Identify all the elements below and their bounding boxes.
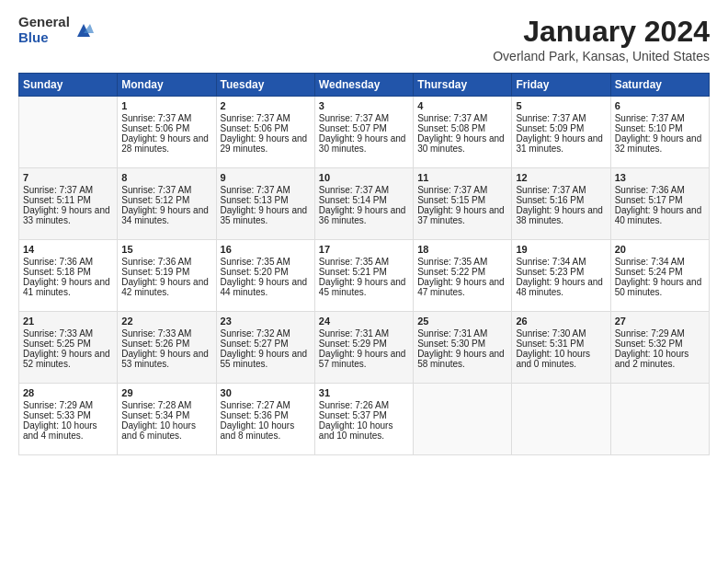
sunrise: Sunrise: 7:37 AM — [417, 113, 487, 123]
day-number: 11 — [417, 172, 507, 183]
daylight: Daylight: 9 hours and 29 minutes. — [221, 133, 308, 154]
calendar-cell: 26Sunrise: 7:30 AMSunset: 5:31 PMDayligh… — [512, 312, 610, 384]
daylight: Daylight: 9 hours and 37 minutes. — [417, 205, 505, 225]
day-number: 23 — [221, 316, 311, 327]
daylight: Daylight: 10 hours and 8 minutes. — [221, 420, 295, 441]
sunrise: Sunrise: 7:31 AM — [319, 328, 389, 339]
day-number: 20 — [615, 244, 705, 255]
day-number: 3 — [319, 100, 409, 111]
logo-general-text: General — [18, 15, 70, 30]
location: Overland Park, Kansas, United States — [493, 49, 710, 63]
calendar-cell: 24Sunrise: 7:31 AMSunset: 5:29 PMDayligh… — [314, 312, 413, 384]
daylight: Daylight: 9 hours and 45 minutes. — [319, 277, 406, 297]
sunrise: Sunrise: 7:37 AM — [221, 185, 290, 195]
sunset: Sunset: 5:34 PM — [121, 410, 189, 420]
daylight: Daylight: 9 hours and 53 minutes. — [121, 349, 209, 369]
sunset: Sunset: 5:11 PM — [23, 195, 91, 205]
month-title: January 2024 — [493, 15, 710, 49]
day-number: 25 — [417, 316, 507, 327]
sunset: Sunset: 5:10 PM — [615, 123, 683, 133]
calendar-container: General Blue January 2024 Overland Park,… — [0, 0, 728, 563]
calendar-cell: 1Sunrise: 7:37 AMSunset: 5:06 PMDaylight… — [118, 97, 216, 168]
calendar-cell: 23Sunrise: 7:32 AMSunset: 5:27 PMDayligh… — [216, 312, 314, 384]
day-number: 7 — [23, 172, 113, 183]
calendar-cell: 3Sunrise: 7:37 AMSunset: 5:07 PMDaylight… — [314, 97, 413, 168]
sunset: Sunset: 5:32 PM — [615, 339, 683, 349]
daylight: Daylight: 10 hours and 6 minutes. — [121, 420, 196, 441]
sunrise: Sunrise: 7:37 AM — [221, 113, 290, 123]
header-day-monday: Monday — [118, 74, 216, 97]
daylight: Daylight: 9 hours and 52 minutes. — [23, 349, 110, 369]
day-number: 16 — [221, 244, 311, 255]
calendar-cell: 4Sunrise: 7:37 AMSunset: 5:08 PMDaylight… — [414, 97, 512, 168]
sunrise: Sunrise: 7:37 AM — [319, 113, 389, 123]
calendar-cell: 28Sunrise: 7:29 AMSunset: 5:33 PMDayligh… — [19, 384, 118, 455]
calendar-cell: 12Sunrise: 7:37 AMSunset: 5:16 PMDayligh… — [512, 168, 610, 240]
sunrise: Sunrise: 7:36 AM — [121, 257, 191, 267]
calendar-cell: 11Sunrise: 7:37 AMSunset: 5:15 PMDayligh… — [414, 168, 512, 240]
calendar-cell: 29Sunrise: 7:28 AMSunset: 5:34 PMDayligh… — [118, 384, 216, 455]
sunset: Sunset: 5:12 PM — [121, 195, 189, 205]
sunset: Sunset: 5:18 PM — [23, 267, 91, 277]
week-row-5: 28Sunrise: 7:29 AMSunset: 5:33 PMDayligh… — [19, 384, 710, 455]
daylight: Daylight: 9 hours and 36 minutes. — [319, 205, 406, 225]
sunrise: Sunrise: 7:37 AM — [615, 113, 685, 123]
calendar-cell: 19Sunrise: 7:34 AMSunset: 5:23 PMDayligh… — [512, 240, 610, 312]
title-block: January 2024 Overland Park, Kansas, Unit… — [493, 15, 710, 63]
calendar-cell: 15Sunrise: 7:36 AMSunset: 5:19 PMDayligh… — [118, 240, 216, 312]
calendar-cell: 30Sunrise: 7:27 AMSunset: 5:36 PMDayligh… — [216, 384, 314, 455]
day-number: 9 — [221, 172, 311, 183]
calendar-cell: 5Sunrise: 7:37 AMSunset: 5:09 PMDaylight… — [512, 97, 610, 168]
sunrise: Sunrise: 7:26 AM — [319, 400, 389, 410]
calendar-cell: 18Sunrise: 7:35 AMSunset: 5:22 PMDayligh… — [414, 240, 512, 312]
day-number: 21 — [23, 316, 113, 327]
sunset: Sunset: 5:16 PM — [516, 195, 584, 205]
sunrise: Sunrise: 7:37 AM — [23, 185, 93, 195]
sunrise: Sunrise: 7:27 AM — [221, 400, 290, 410]
daylight: Daylight: 9 hours and 57 minutes. — [319, 349, 406, 369]
calendar-cell: 27Sunrise: 7:29 AMSunset: 5:32 PMDayligh… — [610, 312, 709, 384]
day-number: 14 — [23, 244, 113, 255]
daylight: Daylight: 9 hours and 30 minutes. — [319, 133, 406, 154]
sunset: Sunset: 5:09 PM — [516, 123, 584, 133]
sunset: Sunset: 5:25 PM — [23, 339, 91, 349]
day-number: 19 — [516, 244, 606, 255]
sunrise: Sunrise: 7:35 AM — [319, 257, 389, 267]
sunset: Sunset: 5:27 PM — [221, 339, 289, 349]
sunrise: Sunrise: 7:36 AM — [615, 185, 685, 195]
calendar-cell: 31Sunrise: 7:26 AMSunset: 5:37 PMDayligh… — [314, 384, 413, 455]
day-number: 31 — [319, 387, 409, 398]
sunrise: Sunrise: 7:29 AM — [23, 400, 93, 410]
daylight: Daylight: 9 hours and 35 minutes. — [221, 205, 308, 225]
logo-blue-text: Blue — [18, 30, 70, 46]
day-number: 15 — [121, 244, 211, 255]
sunset: Sunset: 5:06 PM — [221, 123, 289, 133]
header-day-thursday: Thursday — [414, 74, 512, 97]
sunrise: Sunrise: 7:34 AM — [615, 257, 685, 267]
calendar-cell: 8Sunrise: 7:37 AMSunset: 5:12 PMDaylight… — [118, 168, 216, 240]
calendar-header: SundayMondayTuesdayWednesdayThursdayFrid… — [19, 74, 710, 97]
daylight: Daylight: 9 hours and 32 minutes. — [615, 133, 702, 154]
sunrise: Sunrise: 7:34 AM — [516, 257, 586, 267]
sunrise: Sunrise: 7:37 AM — [121, 185, 191, 195]
day-number: 6 — [615, 100, 705, 111]
calendar-cell: 20Sunrise: 7:34 AMSunset: 5:24 PMDayligh… — [610, 240, 709, 312]
sunrise: Sunrise: 7:36 AM — [23, 257, 93, 267]
calendar-cell: 14Sunrise: 7:36 AMSunset: 5:18 PMDayligh… — [19, 240, 118, 312]
daylight: Daylight: 10 hours and 2 minutes. — [615, 349, 689, 369]
sunset: Sunset: 5:07 PM — [319, 123, 387, 133]
day-number: 28 — [23, 387, 113, 398]
sunset: Sunset: 5:26 PM — [121, 339, 189, 349]
header-day-sunday: Sunday — [19, 74, 118, 97]
daylight: Daylight: 9 hours and 30 minutes. — [417, 133, 505, 154]
calendar-cell: 17Sunrise: 7:35 AMSunset: 5:21 PMDayligh… — [314, 240, 413, 312]
header-day-tuesday: Tuesday — [216, 74, 314, 97]
sunset: Sunset: 5:19 PM — [121, 267, 189, 277]
header-day-wednesday: Wednesday — [314, 74, 413, 97]
sunrise: Sunrise: 7:31 AM — [417, 328, 487, 339]
day-number: 29 — [121, 387, 211, 398]
calendar-cell — [414, 384, 512, 455]
sunset: Sunset: 5:22 PM — [417, 267, 485, 277]
daylight: Daylight: 9 hours and 31 minutes. — [516, 133, 603, 154]
sunrise: Sunrise: 7:37 AM — [121, 113, 191, 123]
